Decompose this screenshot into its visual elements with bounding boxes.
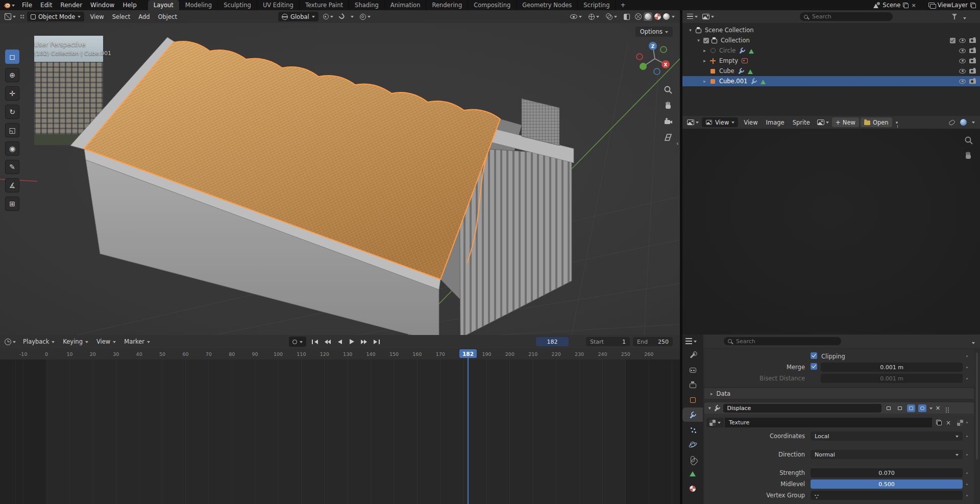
outliner-row[interactable]: ▸ Empty xyxy=(682,56,980,66)
viewport-canvas[interactable]: User Perspective (182) Collection | Cube… xyxy=(0,23,680,335)
editor-type-button[interactable] xyxy=(685,14,699,19)
image-canvas[interactable] xyxy=(682,129,980,334)
show-on-cage-toggle[interactable] xyxy=(885,404,893,412)
perspective-toggle-icon[interactable] xyxy=(664,133,673,142)
transform-orientation-dropdown[interactable]: Global xyxy=(278,12,318,21)
overlays-dropdown[interactable] xyxy=(604,13,619,20)
hide-viewport-eye-icon[interactable] xyxy=(959,79,966,84)
disable-render-camera-icon[interactable] xyxy=(969,49,976,53)
vertex-group-field[interactable] xyxy=(811,491,963,500)
hide-viewport-eye-icon[interactable] xyxy=(959,38,966,43)
outliner-row[interactable]: ▾ Collection xyxy=(682,35,980,45)
displace-modifier-header[interactable]: ▾ Displace × xyxy=(704,402,974,414)
pivot-point-dropdown[interactable] xyxy=(322,14,335,19)
sidebar-toggle-arrow[interactable]: ‹ xyxy=(676,139,679,147)
next-keyframe-button[interactable] xyxy=(358,337,370,347)
menu-item[interactable]: Window xyxy=(86,0,118,10)
new-view-layer-icon[interactable] xyxy=(970,3,976,8)
shading-wireframe-button[interactable] xyxy=(635,13,642,20)
editor-type-button[interactable] xyxy=(3,339,17,345)
tool-button[interactable]: ◱ xyxy=(5,123,19,137)
menu-item[interactable]: Edit xyxy=(36,0,56,10)
tool-button[interactable]: ⊞ xyxy=(5,197,19,211)
workspace-tab[interactable]: Animation xyxy=(385,0,427,10)
exclude-checkbox[interactable] xyxy=(950,38,955,43)
animate-dot[interactable] xyxy=(966,436,968,437)
workspace-tab[interactable]: Layout xyxy=(148,0,180,10)
gizmos-dropdown[interactable] xyxy=(587,14,601,20)
menu-item[interactable]: Render xyxy=(56,0,86,10)
snap-target-dropdown[interactable] xyxy=(349,14,355,19)
hide-viewport-eye-icon[interactable] xyxy=(959,49,966,53)
animate-dot[interactable] xyxy=(966,355,968,357)
menu-item[interactable]: Marker xyxy=(120,335,154,348)
playhead-frame-badge[interactable]: 182 xyxy=(459,349,477,358)
tool-button[interactable]: ⊕ xyxy=(5,68,19,82)
disable-render-camera-icon[interactable] xyxy=(969,79,976,84)
expand-arrow-icon[interactable]: ▾ xyxy=(696,38,701,43)
outliner-row[interactable]: ▾ Scene Collection xyxy=(682,25,980,35)
merge-threshold-field[interactable]: 0.001 m xyxy=(821,363,963,372)
menu-item[interactable]: Keying xyxy=(59,335,92,348)
shading-rendered-button[interactable] xyxy=(663,13,670,20)
expand-arrow-icon[interactable]: ▸ xyxy=(702,79,707,84)
workspace-tab[interactable]: Sculpting xyxy=(218,0,257,10)
direction-dropdown[interactable]: Normal xyxy=(811,450,963,459)
expand-arrow-icon[interactable]: ▾ xyxy=(688,28,693,33)
data-panel-header[interactable]: ▸ Data xyxy=(704,388,974,399)
tool-button[interactable]: ✛ xyxy=(5,86,19,101)
mode-transfer-icon[interactable] xyxy=(20,14,24,19)
drag-handle-icon[interactable] xyxy=(946,407,947,409)
modifier-extras-dropdown[interactable] xyxy=(929,407,933,411)
play-reverse-button[interactable] xyxy=(334,337,345,347)
hide-viewport-eye-icon[interactable] xyxy=(959,59,966,63)
animate-dot[interactable] xyxy=(966,495,968,496)
outliner-row[interactable]: ▸ Cube.001 xyxy=(682,76,980,86)
workspace-tab[interactable]: Modeling xyxy=(180,0,218,10)
animate-dot[interactable] xyxy=(966,454,968,455)
proportional-editing-dropdown[interactable] xyxy=(358,14,372,20)
snap-toggle[interactable] xyxy=(338,14,346,19)
timeline-track-area[interactable] xyxy=(0,359,680,504)
image-mode-dropdown[interactable]: View xyxy=(702,117,738,127)
menu-item[interactable]: Help xyxy=(118,0,140,10)
xray-toggle[interactable] xyxy=(622,14,631,20)
auto-keying-button[interactable] xyxy=(289,337,306,347)
show-realtime-toggle[interactable] xyxy=(907,404,915,412)
unlink-scene-icon[interactable]: × xyxy=(911,3,916,8)
show-texture-in-editor-icon[interactable] xyxy=(957,420,963,426)
display-mode-dropdown[interactable] xyxy=(701,14,716,19)
disable-render-camera-icon[interactable] xyxy=(969,69,976,74)
expand-arrow-icon[interactable]: ▸ xyxy=(702,48,707,53)
tool-button[interactable]: ◉ xyxy=(5,141,19,156)
frame-end-field[interactable]: End250 xyxy=(633,337,673,346)
open-image-button[interactable]: Open xyxy=(861,117,892,127)
tool-button[interactable]: ↻ xyxy=(5,105,19,119)
filter-icon[interactable] xyxy=(952,14,957,19)
animate-dot[interactable] xyxy=(966,472,968,474)
scrollbar[interactable] xyxy=(976,352,978,460)
chevron-down-icon[interactable] xyxy=(972,122,975,125)
show-render-toggle[interactable] xyxy=(918,404,926,412)
disable-render-camera-icon[interactable] xyxy=(969,38,976,43)
animate-dot[interactable] xyxy=(966,484,968,485)
coordinates-dropdown[interactable]: Local xyxy=(811,431,963,441)
workspace-tab[interactable]: Scripting xyxy=(578,0,616,10)
menu-item[interactable]: View xyxy=(86,10,108,23)
strength-field[interactable]: 0.070 xyxy=(811,468,963,477)
previous-keyframe-button[interactable] xyxy=(322,337,333,347)
tool-button[interactable]: ◻ xyxy=(5,50,19,64)
bisect-distance-field[interactable]: 0.001 m xyxy=(821,374,963,383)
animate-dot[interactable] xyxy=(966,422,968,423)
workspace-tab[interactable]: UV Editing xyxy=(257,0,300,10)
expand-arrow-icon[interactable]: ▾ xyxy=(708,405,711,411)
jump-to-end-button[interactable] xyxy=(371,337,382,347)
outliner-row[interactable]: ▸ Circle xyxy=(682,45,980,56)
hide-viewport-eye-icon[interactable] xyxy=(959,69,966,74)
collection-checkbox[interactable] xyxy=(703,38,709,43)
navigation-gizmo[interactable]: Z X xyxy=(631,33,680,84)
zoom-icon[interactable] xyxy=(964,136,973,145)
menu-item[interactable]: Sprite xyxy=(789,116,814,129)
workspace-tab[interactable]: Shading xyxy=(349,0,385,10)
menu-item[interactable]: View xyxy=(740,116,762,129)
